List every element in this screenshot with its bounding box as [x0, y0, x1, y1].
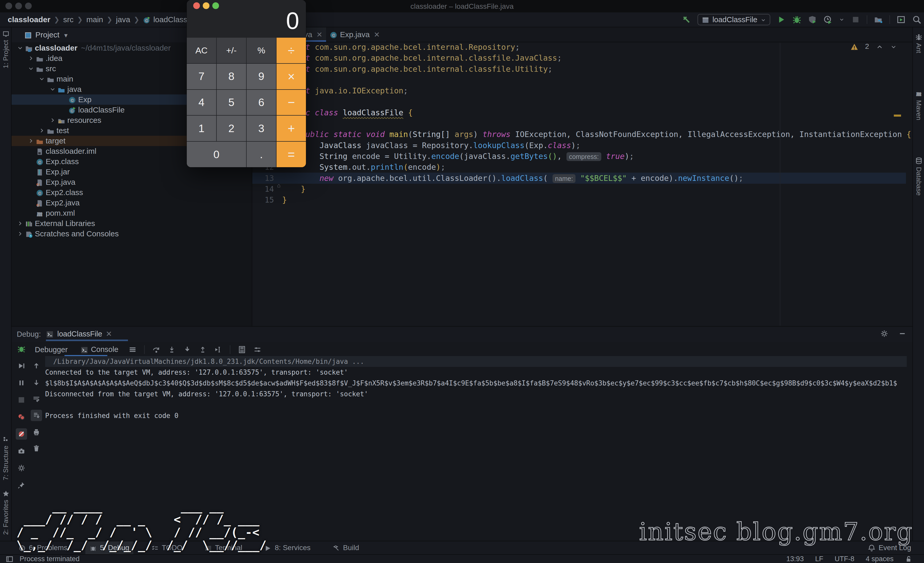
profiler-icon[interactable]	[824, 15, 832, 24]
status-file-encoding[interactable]: UTF-8	[834, 555, 854, 563]
force-step-into-icon[interactable]	[183, 346, 191, 353]
calc-button-%[interactable]: %	[247, 38, 276, 63]
chevron-down-icon[interactable]	[890, 42, 897, 51]
thread-dump-icon[interactable]	[16, 445, 27, 457]
calculator-window[interactable]: 0 AC+/-%÷789×456−123+0.=	[187, 0, 306, 167]
tab-expjava[interactable]: CExp.java✕	[326, 27, 376, 42]
chevron-down-icon[interactable]	[38, 76, 46, 82]
calc-button-÷[interactable]: ÷	[276, 38, 306, 63]
calc-button-+/-[interactable]: +/-	[217, 38, 246, 63]
chevron-right-icon[interactable]	[16, 220, 24, 227]
chevron-down-icon[interactable]	[27, 65, 35, 72]
tree-row[interactable]: External Libraries	[12, 218, 252, 228]
step-into-icon[interactable]	[168, 346, 176, 353]
calc-button-5[interactable]: 5	[217, 90, 246, 115]
calc-button-6[interactable]: 6	[247, 90, 276, 115]
sidebar-item-7-structure[interactable]: 7: Structure	[0, 435, 12, 480]
status-line-separator[interactable]: LF	[815, 555, 824, 563]
sidebar-item-ant[interactable]: Ant	[913, 33, 924, 53]
stop-icon[interactable]	[16, 394, 27, 405]
debug-icon[interactable]	[792, 15, 801, 24]
step-over-icon[interactable]	[153, 346, 160, 353]
calc-button-.[interactable]: .	[247, 142, 276, 167]
calc-button-−[interactable]: −	[276, 90, 306, 115]
calc-button-AC[interactable]: AC	[187, 38, 216, 63]
calc-button-4[interactable]: 4	[187, 90, 216, 115]
run-configuration-select[interactable]: loadClassFile	[698, 14, 770, 25]
tree-row[interactable]: CExp2.class	[12, 187, 252, 198]
print-icon[interactable]	[31, 426, 42, 438]
code-view[interactable]: import com.sun.org.apache.bcel.internal.…	[282, 42, 911, 206]
calc-minimize-icon[interactable]	[203, 2, 210, 9]
sidebar-item-maven[interactable]: mMaven	[913, 89, 924, 120]
calc-button-1[interactable]: 1	[187, 116, 216, 141]
chevron-right-icon[interactable]	[49, 117, 57, 124]
sidebar-item-database[interactable]: Database	[913, 156, 924, 195]
calc-button-×[interactable]: ×	[276, 64, 306, 89]
calc-button-2[interactable]: 2	[217, 116, 246, 141]
tab-close-icon[interactable]: ✕	[374, 30, 380, 39]
tree-row[interactable]: JExp2.java	[12, 198, 252, 208]
project-structure-icon[interactable]	[874, 15, 883, 24]
lock-icon[interactable]	[905, 555, 912, 563]
chevron-down-icon[interactable]: ▼	[63, 30, 69, 39]
search-icon[interactable]	[912, 15, 921, 24]
tab-close-icon[interactable]: ✕	[106, 329, 112, 338]
breadcrumb-item[interactable]: classloader	[8, 15, 50, 24]
breadcrumb-item[interactable]: java	[116, 15, 130, 24]
run-window-icon[interactable]	[897, 15, 905, 24]
pause-icon[interactable]	[16, 377, 27, 389]
status-indent-size[interactable]: 4 spaces	[866, 555, 894, 563]
up-stack-icon[interactable]	[31, 360, 42, 372]
hamburger-icon[interactable]	[129, 346, 136, 353]
run-icon[interactable]	[777, 15, 786, 24]
chevron-right-icon[interactable]	[38, 127, 46, 134]
calculator-titlebar[interactable]: 0	[187, 0, 306, 38]
debug-session-tab[interactable]: loadClassFile✕	[46, 327, 112, 341]
calc-button-8[interactable]: 8	[217, 64, 246, 89]
calc-button-3[interactable]: 3	[247, 116, 276, 141]
gear-icon[interactable]	[880, 330, 888, 338]
editor-area[interactable]: CloadClassFile.java✕ CExp.java✕ 12345678…	[252, 27, 912, 326]
run-to-cursor-icon[interactable]	[214, 346, 222, 353]
evaluate-icon[interactable]	[238, 346, 246, 353]
rerun-debug-icon[interactable]	[16, 343, 27, 354]
tree-row[interactable]: JExp.java	[12, 177, 252, 187]
toolwindow-toggle-icon[interactable]	[6, 555, 14, 563]
calc-button-+[interactable]: +	[276, 116, 306, 141]
chevron-down-icon[interactable]	[16, 45, 24, 51]
toolwindow-button-build[interactable]: Build	[328, 541, 363, 554]
stop-icon[interactable]	[851, 15, 860, 24]
sidebar-item-2-favorites[interactable]: 2: Favorites	[0, 489, 12, 535]
down-stack-icon[interactable]	[31, 377, 42, 388]
toolwindow-button-8-services[interactable]: 8: Services	[260, 541, 315, 554]
calc-button-0[interactable]: 0	[187, 142, 246, 167]
resume-icon[interactable]	[16, 360, 27, 372]
soft-wrap-icon[interactable]	[31, 393, 42, 405]
view-tab-debugger[interactable]: Debugger	[32, 345, 70, 354]
chevron-up-icon[interactable]	[876, 42, 884, 51]
calc-button-9[interactable]: 9	[247, 64, 276, 89]
sidebar-item-1-project[interactable]: 1: Project	[0, 29, 12, 68]
chevron-right-icon[interactable]	[27, 138, 35, 144]
chevron-right-icon[interactable]	[16, 230, 24, 237]
coverage-icon[interactable]	[808, 15, 817, 24]
calc-button-=[interactable]: =	[276, 142, 306, 167]
tab-close-icon[interactable]: ✕	[316, 30, 322, 39]
scroll-to-end-icon[interactable]	[31, 410, 42, 421]
layout-settings-icon[interactable]	[254, 346, 261, 353]
view-breakpoints-icon[interactable]	[16, 411, 27, 423]
view-tab-console[interactable]: Console	[78, 345, 121, 354]
debug-console[interactable]: /Library/Java/JavaVirtualMachines/jdk1.8…	[45, 356, 907, 421]
clear-icon[interactable]	[31, 443, 42, 454]
chevron-down-icon[interactable]	[49, 86, 57, 93]
scrollbar-warning-mark[interactable]	[894, 114, 901, 117]
calc-close-icon[interactable]	[193, 2, 200, 9]
chevron-right-icon[interactable]	[27, 55, 35, 62]
breadcrumb-item[interactable]: src	[63, 15, 74, 24]
pin-icon[interactable]	[16, 479, 27, 491]
calc-button-7[interactable]: 7	[187, 64, 216, 89]
profiler-chevron-icon[interactable]	[839, 17, 844, 23]
fold-marker-icon[interactable]: ⌂	[277, 182, 280, 189]
gear-icon[interactable]	[16, 462, 27, 474]
